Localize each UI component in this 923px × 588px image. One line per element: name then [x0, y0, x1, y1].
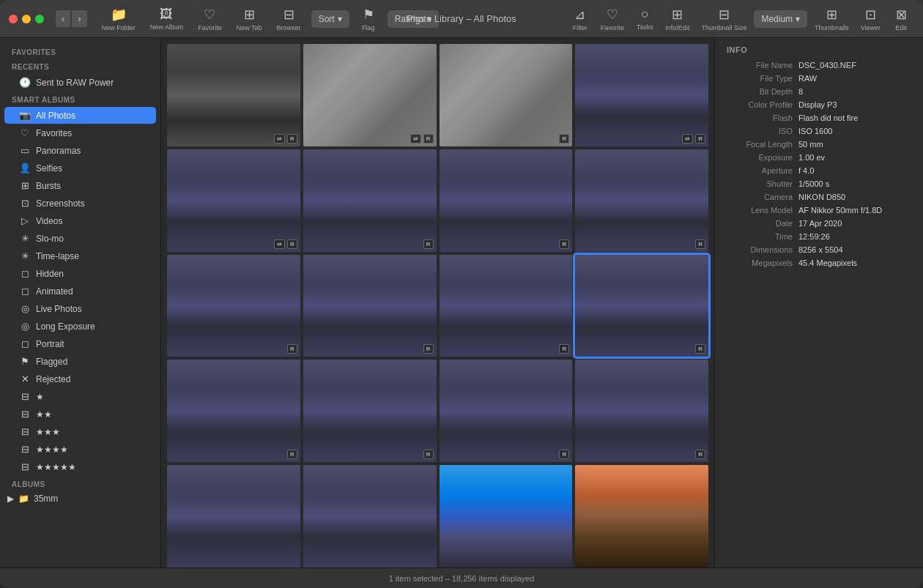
live-photos-label: Live Photos [36, 304, 82, 314]
photo-cell[interactable]: R [575, 360, 708, 462]
sidebar-item-star1[interactable]: ⊟ ★ [4, 388, 156, 405]
photo-cell[interactable]: R [440, 149, 573, 252]
favorite-button[interactable]: ♡ Favorite [193, 4, 226, 34]
sidebar-item-star5[interactable]: ⊟ ★★★★★ [4, 458, 156, 475]
info-value-filetype: RAW [798, 74, 911, 83]
info-edit-button[interactable]: ⊞ Info/Edit [661, 4, 694, 34]
info-row-iso: ISO ISO 1600 [715, 124, 923, 138]
sidebar-item-slo-mo[interactable]: ✳ Slo-mo [4, 230, 156, 247]
photo-badges: R [423, 450, 434, 459]
info-value-aperture: f 4.0 [798, 166, 911, 175]
albums-toggle[interactable]: ▶ 📁 35mm [0, 491, 160, 507]
new-folder-icon: 📁 [111, 7, 127, 23]
sidebar-item-time-lapse[interactable]: ✳ Time-lapse [4, 248, 156, 264]
sort-button[interactable]: Sort ▾ [311, 10, 349, 28]
sidebar-item-animated[interactable]: ◻ Animated [4, 283, 156, 299]
photo-cell[interactable] [303, 465, 437, 567]
photo-cell[interactable]: ⇄ R [167, 44, 300, 146]
raw-badge: R [559, 344, 569, 354]
edit-button[interactable]: ⊠ Edit [888, 4, 914, 34]
sidebar-item-screenshots[interactable]: ⊡ Screenshots [4, 195, 156, 212]
sidebar-item-star4[interactable]: ⊟ ★★★★ [4, 441, 156, 458]
sidebar-item-live-photos[interactable]: ◎ Live Photos [4, 300, 156, 317]
info-value-filename: DSC_0430.NEF [798, 61, 911, 70]
raw-badge: R [287, 134, 297, 144]
star4-icon: ⊟ [19, 444, 31, 455]
info-value-exposure: 1.00 ev [798, 153, 911, 162]
star5-label: ★★★★★ [36, 462, 76, 472]
maximize-button[interactable] [35, 15, 44, 23]
thumbnail-size-button[interactable]: ⊟ Thumbnail Size [697, 4, 751, 34]
photo-cell[interactable]: ⇄ R [303, 44, 437, 146]
photo-cell[interactable]: ⇄ R [167, 149, 300, 252]
photo-cell[interactable]: R [167, 360, 300, 462]
photo-cell[interactable]: R [440, 44, 573, 146]
hidden-icon: ◻ [19, 268, 31, 279]
filter-button[interactable]: ⊿ Filter [567, 4, 593, 34]
raw-badge: R [559, 450, 569, 459]
filter-icon: ⊿ [574, 7, 585, 23]
raw-badge: R [287, 450, 297, 459]
favorites-label: Favorites [36, 128, 72, 138]
sidebar-item-selfies[interactable]: 👤 Selfies [4, 160, 156, 176]
photo-grid-container[interactable]: ⇄ R ⇄ R R ⇄ [161, 38, 714, 567]
sidebar-item-panoramas[interactable]: ▭ Panoramas [4, 142, 156, 159]
photo-cell[interactable]: R [303, 360, 437, 462]
raw-badge: R [423, 239, 434, 249]
panoramas-label: Panoramas [36, 146, 81, 156]
photo-badges: ⇄ R [274, 134, 297, 144]
medium-button[interactable]: Medium ▾ [754, 10, 807, 28]
photo-badges: R [559, 239, 569, 249]
flag-button[interactable]: ⚑ Flag [355, 4, 382, 34]
photo-cell[interactable] [167, 465, 300, 567]
sidebar-item-flagged[interactable]: ⚑ Flagged [4, 353, 156, 370]
all-photos-label: All Photos [36, 111, 75, 121]
info-value-colorprofile: Display P3 [798, 100, 911, 109]
info-value-megapixels: 45.4 Megapixels [798, 258, 911, 267]
new-tab-button[interactable]: ⊞ New Tab [232, 4, 267, 34]
photo-cell[interactable] [440, 465, 573, 567]
forward-button[interactable]: › [72, 10, 86, 27]
close-button[interactable] [9, 15, 18, 23]
sidebar-item-rejected[interactable]: ✕ Rejected [4, 371, 156, 387]
photo-cell[interactable]: R [303, 255, 437, 357]
thumbnails-button[interactable]: ⊞ Thumbnails [810, 4, 853, 34]
sidebar-item-hidden[interactable]: ◻ Hidden [4, 265, 156, 282]
photo-cell-selected[interactable]: R [575, 255, 708, 357]
minimize-button[interactable] [22, 15, 31, 23]
thumbnails-icon: ⊞ [826, 7, 837, 23]
sidebar-item-long-exposure[interactable]: ◎ Long Exposure [4, 318, 156, 335]
sidebar-item-bursts[interactable]: ⊞ Bursts [4, 177, 156, 194]
photo-cell[interactable]: R [440, 255, 573, 357]
sidebar-item-star2[interactable]: ⊟ ★★ [4, 406, 156, 423]
browser-button[interactable]: ⊟ Browser [273, 4, 305, 34]
animated-label: Animated [36, 286, 73, 297]
photo-cell[interactable]: R [575, 149, 708, 252]
sidebar-item-videos[interactable]: ▷ Videos [4, 212, 156, 229]
viewer-icon: ⊡ [865, 7, 876, 23]
photo-cell[interactable]: ⇄ R [575, 44, 708, 146]
info-label-exposure: Exposure [727, 153, 793, 162]
edit-icon: ⊠ [896, 7, 907, 23]
sidebar-item-favorites[interactable]: ♡ Favorites [4, 124, 156, 141]
photo-cell[interactable]: R [167, 255, 300, 357]
viewer-button[interactable]: ⊡ Viewer [856, 4, 885, 34]
favorite-toolbar-button[interactable]: ♡ Favorite [596, 4, 629, 34]
tasks-button[interactable]: ○ Tasks [631, 4, 658, 33]
favorite-icon: ♡ [204, 7, 215, 23]
flag-icon: ⚑ [363, 7, 374, 23]
sidebar-item-sent-to-raw[interactable]: 🕐 Sent to RAW Power [4, 74, 156, 91]
flagged-label: Flagged [36, 357, 67, 367]
star2-label: ★★ [36, 409, 52, 420]
info-value-focallength: 50 mm [798, 140, 911, 149]
sidebar-item-all-photos[interactable]: 📷 All Photos [4, 107, 156, 124]
new-album-button[interactable]: 🖼 New Album [146, 4, 188, 33]
arrow-badge: ⇄ [274, 134, 285, 144]
photo-cell[interactable]: R [303, 149, 437, 252]
photo-cell[interactable]: R [440, 360, 573, 462]
photo-cell[interactable] [575, 465, 708, 567]
sidebar-item-portrait[interactable]: ◻ Portrait [4, 335, 156, 352]
new-folder-button[interactable]: 📁 New Folder [97, 4, 140, 34]
sidebar-item-star3[interactable]: ⊟ ★★★ [4, 423, 156, 440]
back-button[interactable]: ‹ [56, 10, 70, 27]
